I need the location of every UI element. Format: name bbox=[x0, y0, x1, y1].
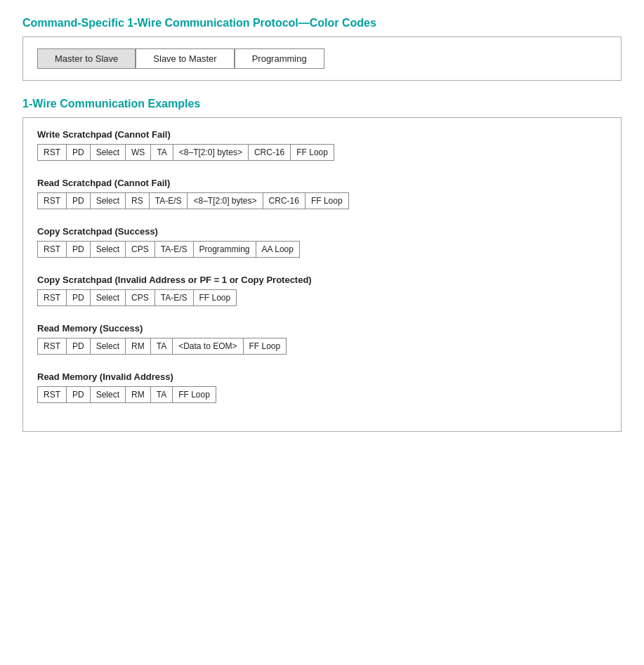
cell-1-3: RS bbox=[125, 192, 150, 209]
cell-0-6: CRC-16 bbox=[248, 144, 291, 161]
diagram-row-0: RSTPDSelectWSTA<8–T[2:0] bytes>CRC-16FF … bbox=[37, 144, 607, 161]
cell-0-3: WS bbox=[125, 144, 151, 161]
diagram-row-5: RSTPDSelectRMTAFF Loop bbox=[37, 386, 607, 403]
color-codes-title: Command-Specific 1-Wire Communication Pr… bbox=[22, 17, 622, 29]
cell-0-4: TA bbox=[150, 144, 173, 161]
color-codes-box: Master to Slave Slave to Master Programm… bbox=[22, 37, 622, 81]
diagram-label-5: Read Memory (Invalid Address) bbox=[37, 371, 607, 382]
legend-slave-to-master: Slave to Master bbox=[136, 48, 234, 69]
diagram-section-4: Read Memory (Success)RSTPDSelectRMTA<Dat… bbox=[37, 323, 607, 355]
diagram-label-3: Copy Scratchpad (Invalid Address or PF =… bbox=[37, 275, 607, 285]
cell-5-4: TA bbox=[150, 386, 173, 403]
examples-section: 1-Wire Communication Examples Write Scra… bbox=[22, 98, 622, 432]
cell-3-0: RST bbox=[37, 289, 67, 306]
diagram-section-5: Read Memory (Invalid Address)RSTPDSelect… bbox=[37, 371, 607, 403]
cell-4-3: RM bbox=[125, 338, 151, 355]
legend-row: Master to Slave Slave to Master Programm… bbox=[37, 48, 607, 69]
diagram-row-2: RSTPDSelectCPSTA-E/SProgrammingAA Loop bbox=[37, 241, 607, 258]
diagrams-container: Write Scratchpad (Cannot Fail)RSTPDSelec… bbox=[37, 129, 607, 403]
diagram-section-0: Write Scratchpad (Cannot Fail)RSTPDSelec… bbox=[37, 129, 607, 161]
cell-4-6: FF Loop bbox=[243, 338, 287, 355]
diagram-label-0: Write Scratchpad (Cannot Fail) bbox=[37, 129, 607, 140]
diagram-section-1: Read Scratchpad (Cannot Fail)RSTPDSelect… bbox=[37, 178, 607, 209]
examples-title: 1-Wire Communication Examples bbox=[22, 98, 622, 110]
cell-0-5: <8–T[2:0] bytes> bbox=[173, 144, 249, 161]
cell-0-7: FF Loop bbox=[290, 144, 334, 161]
cell-1-1: PD bbox=[66, 192, 91, 209]
legend-master-to-slave: Master to Slave bbox=[37, 48, 136, 69]
cell-5-0: RST bbox=[37, 386, 67, 403]
cell-5-3: RM bbox=[125, 386, 151, 403]
cell-2-1: PD bbox=[66, 241, 91, 258]
diagram-section-3: Copy Scratchpad (Invalid Address or PF =… bbox=[37, 275, 607, 306]
cell-2-3: CPS bbox=[125, 241, 155, 258]
diagram-row-4: RSTPDSelectRMTA<Data to EOM>FF Loop bbox=[37, 338, 607, 355]
cell-4-4: TA bbox=[150, 338, 173, 355]
cell-2-6: AA Loop bbox=[256, 241, 300, 258]
cell-1-6: CRC-16 bbox=[263, 192, 305, 209]
color-codes-section: Command-Specific 1-Wire Communication Pr… bbox=[22, 17, 622, 81]
cell-4-0: RST bbox=[37, 338, 67, 355]
cell-3-1: PD bbox=[66, 289, 91, 306]
cell-2-0: RST bbox=[37, 241, 67, 258]
cell-4-5: <Data to EOM> bbox=[172, 338, 243, 355]
cell-1-0: RST bbox=[37, 192, 67, 209]
cell-1-7: FF Loop bbox=[305, 192, 349, 209]
cell-4-1: PD bbox=[66, 338, 91, 355]
diagram-label-1: Read Scratchpad (Cannot Fail) bbox=[37, 178, 607, 188]
cell-5-5: FF Loop bbox=[172, 386, 216, 403]
cell-1-2: Select bbox=[90, 192, 126, 209]
legend-programming: Programming bbox=[235, 48, 324, 69]
cell-4-2: Select bbox=[90, 338, 126, 355]
cell-3-4: TA-E/S bbox=[155, 289, 194, 306]
cell-2-5: Programming bbox=[193, 241, 256, 258]
cell-3-3: CPS bbox=[125, 289, 155, 306]
diagram-row-3: RSTPDSelectCPSTA-E/SFF Loop bbox=[37, 289, 607, 306]
cell-1-5: <8–T[2:0] bytes> bbox=[187, 192, 263, 209]
cell-3-2: Select bbox=[90, 289, 126, 306]
cell-1-4: TA-E/S bbox=[149, 192, 188, 209]
diagram-row-1: RSTPDSelectRSTA-E/S<8–T[2:0] bytes>CRC-1… bbox=[37, 192, 607, 209]
examples-box: Write Scratchpad (Cannot Fail)RSTPDSelec… bbox=[22, 117, 622, 432]
cell-5-2: Select bbox=[90, 386, 126, 403]
cell-5-1: PD bbox=[66, 386, 91, 403]
cell-2-2: Select bbox=[90, 241, 126, 258]
cell-0-2: Select bbox=[90, 144, 126, 161]
cell-2-4: TA-E/S bbox=[155, 241, 194, 258]
diagram-label-4: Read Memory (Success) bbox=[37, 323, 607, 334]
cell-0-0: RST bbox=[37, 144, 67, 161]
cell-3-5: FF Loop bbox=[193, 289, 237, 306]
diagram-section-2: Copy Scratchpad (Success)RSTPDSelectCPST… bbox=[37, 226, 607, 258]
cell-0-1: PD bbox=[66, 144, 91, 161]
diagram-label-2: Copy Scratchpad (Success) bbox=[37, 226, 607, 237]
